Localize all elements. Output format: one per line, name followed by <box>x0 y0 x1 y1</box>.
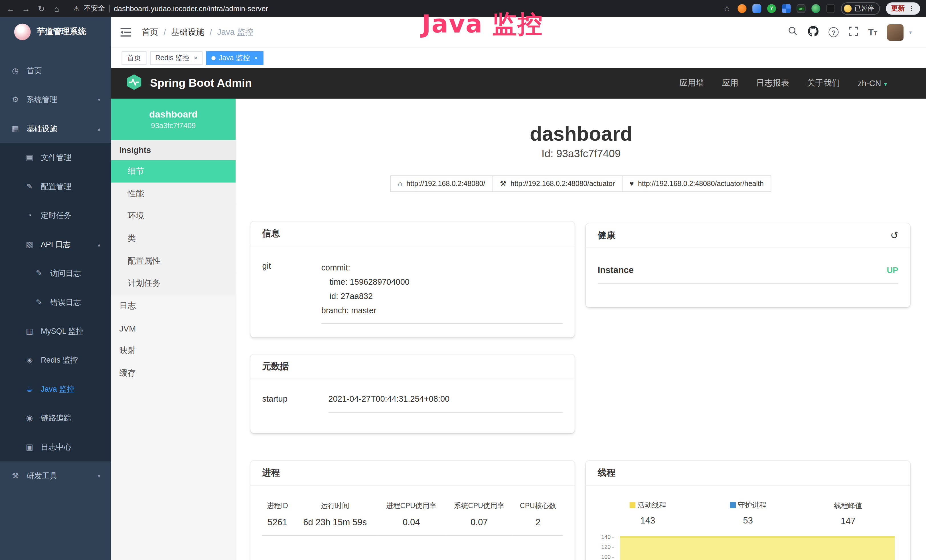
sidebar-item-label: 文件管理 <box>41 152 71 163</box>
wrench-icon: ⚒ <box>500 180 506 188</box>
close-icon[interactable]: × <box>254 54 258 62</box>
endpoint-url: http://192.168.0.2:48080/ <box>406 180 485 188</box>
profile-paused-badge[interactable]: 已暂停 <box>841 2 880 15</box>
address-bar[interactable]: ⚠ 不安全 dashboard.yudao.iocoder.cn/infra/a… <box>73 3 268 14</box>
sba-section-insights[interactable]: Insights <box>111 140 236 160</box>
tag-java-monitor[interactable]: Java 监控 × <box>206 51 263 65</box>
github-icon[interactable] <box>808 26 819 39</box>
sidebar-item-api-logs[interactable]: ▧ API 日志 ▴ <box>0 230 111 259</box>
sidebar-item-log-center[interactable]: ▣ 日志中心 <box>0 433 111 461</box>
sidebar-item-access-logs[interactable]: ✎ 访问日志 <box>0 259 111 288</box>
sba-menu-config-props[interactable]: 配置属性 <box>111 250 236 272</box>
sba-instance-header[interactable]: dashboard 93a3fc7f7409 <box>111 99 236 140</box>
sidebar-fold-icon[interactable] <box>120 28 131 36</box>
sidebar-item-file-management[interactable]: ▤ 文件管理 <box>0 143 111 172</box>
val-system-cpu: 0.07 <box>445 516 513 536</box>
refresh-icon[interactable]: ↻ <box>36 4 46 13</box>
sidebar-item-home[interactable]: ◷ 首页 <box>0 56 111 85</box>
sidebar-item-infrastructure[interactable]: ▦ 基础设施 ▴ <box>0 114 111 143</box>
metadata-row-startup: startup 2021-04-27T00:44:31.254+08:00 <box>262 394 563 413</box>
browser-menu-icon[interactable]: ⋮ <box>908 5 915 12</box>
sidebar-item-label: MySQL 监控 <box>41 326 83 336</box>
app-menu: ◷ 首页 ⚙ 系统管理 ▾ ▦ 基础设施 ▴ ▤ 文件管理 ✎ 配置管 <box>0 56 111 490</box>
sba-locale-select[interactable]: zh-CN▾ <box>858 79 887 88</box>
sidebar-item-system-management[interactable]: ⚙ 系统管理 ▾ <box>0 85 111 114</box>
process-table: 进程ID 运行时间 进程CPU使用率 系统CPU使用率 CPU核心数 5261 … <box>262 500 563 536</box>
header-actions: ? TT ▾ <box>788 24 917 41</box>
user-avatar[interactable] <box>887 24 904 41</box>
sidebar-item-scheduled-jobs[interactable]: ◔ 定时任务 <box>0 201 111 230</box>
app-title: 芋道管理系统 <box>36 27 86 37</box>
breadcrumb-item-infrastructure[interactable]: 基础设施 <box>171 27 204 37</box>
sidebar-item-dev-tools[interactable]: ⚒ 研发工具 ▾ <box>0 461 111 490</box>
extension-icon-switch-on[interactable]: on <box>797 4 806 13</box>
process-card: 进程 进程ID 运行时间 进程CPU使用率 系统CPU使用率 CPU核心数 <box>250 461 575 560</box>
sidebar-item-label: 定时任务 <box>41 210 71 221</box>
sba-menu-classes[interactable]: 类 <box>111 227 236 250</box>
endpoint-service-url[interactable]: ⌂ http://192.168.0.2:48080/ <box>390 176 493 192</box>
extension-icon-grid[interactable] <box>782 4 791 13</box>
history-icon[interactable]: ↺ <box>890 230 898 241</box>
sba-menu-scheduled-tasks[interactable]: 计划任务 <box>111 272 236 295</box>
sba-brand-title[interactable]: Spring Boot Admin <box>150 77 252 90</box>
extension-icon-dark[interactable] <box>826 4 835 13</box>
sba-menu-jvm[interactable]: JVM <box>111 317 236 340</box>
sba-nav-applications[interactable]: 应用 <box>722 78 738 88</box>
sidebar-item-mysql-monitor[interactable]: ▥ MySQL 监控 <box>0 317 111 345</box>
legend-daemon-threads: 守护进程 53 <box>698 500 798 526</box>
sidebar-item-label: API 日志 <box>41 239 71 250</box>
screenshot-stage: ← → ↻ ⌂ ⚠ 不安全 dashboard.yudao.iocoder.cn… <box>0 0 926 560</box>
threads-card-body: 活动线程 143 守护进程 53 线程峰值 147 140 120 100 <box>586 486 910 560</box>
endpoint-health-url[interactable]: ♥ http://192.168.0.2:48080/actuator/heal… <box>622 176 772 192</box>
bookmark-star-icon[interactable]: ☆ <box>722 4 732 13</box>
sba-menu-environment[interactable]: 环境 <box>111 205 236 228</box>
search-icon[interactable] <box>788 26 798 38</box>
avatar-caret-icon[interactable]: ▾ <box>909 29 912 35</box>
process-card-header: 进程 <box>250 461 575 486</box>
extension-icon-leaf[interactable] <box>811 4 820 13</box>
sba-header: Spring Boot Admin 应用墙 应用 日志报表 关于我们 zh-CN… <box>111 68 926 99</box>
tag-home[interactable]: 首页 <box>122 51 147 65</box>
endpoint-actuator-url[interactable]: ⚒ http://192.168.0.2:48080/actuator <box>492 176 623 192</box>
fullscreen-icon[interactable] <box>849 26 858 38</box>
sidebar-item-config-management[interactable]: ✎ 配置管理 <box>0 172 111 201</box>
sba-nav-about[interactable]: 关于我们 <box>807 78 840 88</box>
extension-icon-youdao[interactable]: Y <box>767 4 776 13</box>
sidebar-item-error-logs[interactable]: ✎ 错误日志 <box>0 288 111 316</box>
legend-value: 143 <box>598 515 698 525</box>
health-instance-row[interactable]: Instance UP <box>598 262 898 283</box>
sba-menu-details[interactable]: 细节 <box>111 160 236 183</box>
sidebar-item-trace[interactable]: ◉ 链路追踪 <box>0 403 111 432</box>
tag-redis-monitor[interactable]: Redis 监控 × <box>150 51 203 65</box>
chevron-down-icon: ▾ <box>98 473 100 479</box>
sba-menu-mappings[interactable]: 映射 <box>111 340 236 362</box>
sba-nav-wallboard[interactable]: 应用墙 <box>679 78 704 88</box>
metadata-card-header: 元数据 <box>250 354 575 379</box>
sba-sidebar: dashboard 93a3fc7f7409 Insights 细节 性能 环境… <box>111 99 236 560</box>
log-center-icon: ▣ <box>25 442 34 451</box>
chevron-up-icon: ▴ <box>98 126 100 132</box>
breadcrumb-item-home[interactable]: 首页 <box>142 27 158 37</box>
app-logo[interactable]: 芋道管理系统 <box>0 17 111 47</box>
chrome-update-button[interactable]: 更新 ⋮ <box>886 2 920 15</box>
sidebar-item-redis-monitor[interactable]: ◈ Redis 监控 <box>0 345 111 374</box>
sba-menu-caches[interactable]: 缓存 <box>111 362 236 384</box>
extension-icon-orange[interactable] <box>737 4 746 13</box>
sba-nav-journal[interactable]: 日志报表 <box>756 78 789 88</box>
font-size-icon[interactable]: TT <box>868 27 877 37</box>
pencil-icon: ✎ <box>25 182 34 191</box>
sidebar-item-java-monitor[interactable]: ☕ Java 监控 <box>0 375 111 403</box>
sba-menu-logs[interactable]: 日志 <box>111 295 236 317</box>
extension-icon-blue[interactable] <box>752 4 761 13</box>
back-icon[interactable]: ← <box>6 4 15 13</box>
browser-home-icon[interactable]: ⌂ <box>52 4 61 13</box>
help-icon[interactable]: ? <box>829 27 839 37</box>
sba-logo-icon <box>125 73 143 93</box>
chevron-up-icon: ▴ <box>98 241 100 247</box>
forward-icon[interactable]: → <box>21 4 31 13</box>
legend-label-text: 活动线程 <box>638 500 666 510</box>
sba-menu-performance[interactable]: 性能 <box>111 183 236 205</box>
legend-swatch-blue <box>729 502 735 508</box>
y-axis-tick: 140 <box>598 534 614 540</box>
close-icon[interactable]: × <box>194 54 197 62</box>
